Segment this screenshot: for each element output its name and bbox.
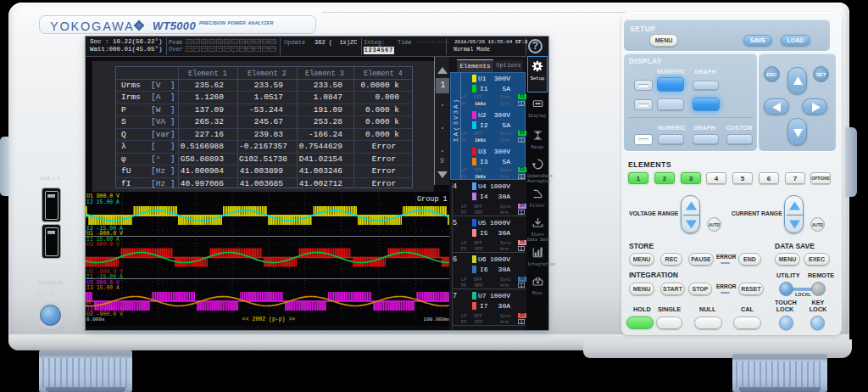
svg-text:«6: «6 xyxy=(86,257,91,262)
svg-text:«6: «6 xyxy=(86,215,91,220)
svg-text:U1 -900.0 V: U1 -900.0 V xyxy=(86,231,123,237)
svg-text:I1 -15.00 A: I1 -15.00 A xyxy=(86,274,123,280)
svg-text:0.000s: 0.000s xyxy=(86,316,105,322)
svg-text:Group 1: Group 1 xyxy=(417,195,448,204)
svg-text:100.000ms: 100.000ms xyxy=(424,316,452,322)
svg-text:<< 2002 (p-p) >>: << 2002 (p-p) >> xyxy=(242,316,296,322)
svg-text:I2 15.00 A: I2 15.00 A xyxy=(86,199,120,205)
svg-text:U3 900.0 V: U3 900.0 V xyxy=(86,242,120,248)
svg-text:I3 15.00 A: I3 15.00 A xyxy=(86,285,120,291)
svg-text:«6: «6 xyxy=(86,300,91,305)
